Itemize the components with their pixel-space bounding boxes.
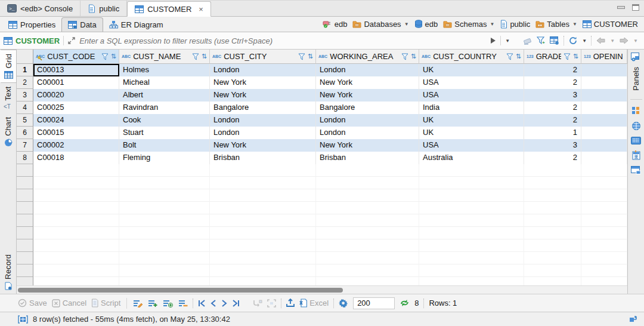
filter-history-chevron-icon[interactable]: ▼ [505,38,510,44]
cell[interactable]: C00025 [33,102,119,114]
cell[interactable]: 2 [524,152,581,164]
column-filter-icon[interactable] [401,53,408,60]
add-row-icon[interactable] [148,299,158,307]
row-number[interactable]: 1 [17,64,33,76]
erase-filter-icon[interactable] [523,37,532,45]
row-number[interactable]: 7 [17,139,33,152]
row-number[interactable]: 2 [17,76,33,89]
duplicate-row-icon[interactable] [163,299,174,307]
cell[interactable]: India [419,102,524,114]
cell[interactable] [581,139,627,152]
column-filter-icon[interactable] [506,53,513,60]
cell[interactable]: C00013 [33,64,119,76]
breadcrumb-schema[interactable]: public [500,20,530,29]
cell[interactable] [581,64,627,76]
column-header-working_area[interactable]: ABCWORKING_AREA⇅ [316,50,419,64]
presentation-tab-record[interactable]: Record [4,251,13,294]
cell[interactable] [581,102,627,114]
maximize-icon[interactable] [632,4,639,11]
cell[interactable]: New York [316,76,419,89]
cell[interactable] [581,114,627,127]
back-chevron-icon[interactable]: ▼ [610,38,615,44]
horizontal-scrollbar-thumb[interactable] [18,288,343,293]
cell[interactable]: Bangalore [210,102,316,114]
delete-row-icon[interactable] [178,299,188,307]
column-header-cust_country[interactable]: ABCCUST_COUNTRY⇅ [419,50,524,64]
restore-panel-icon[interactable] [628,314,638,324]
cell[interactable]: London [210,114,316,127]
column-filter-icon[interactable] [192,53,199,60]
cell[interactable]: Cook [119,114,210,127]
fetch-all-rows-icon[interactable] [267,299,276,307]
cell[interactable]: 2 [524,76,581,89]
cell[interactable]: Brisban [210,152,316,164]
tab-console[interactable]: >_ <edb> Console [0,1,80,16]
grid-settings-icon[interactable] [550,36,559,45]
cell[interactable]: UK [419,114,524,127]
aggregate-panel-icon[interactable] [632,150,640,160]
fetch-next-page-icon[interactable] [253,299,262,307]
save-filter-funnel-icon[interactable]: + [537,36,546,45]
column-sort-icon[interactable]: ⇅ [573,53,578,60]
back-icon[interactable] [596,37,606,44]
cell[interactable]: UK [419,127,524,139]
cell[interactable]: Holmes [119,64,210,76]
row-number[interactable]: 8 [17,152,33,164]
cell[interactable] [581,76,627,89]
cell[interactable]: C00002 [33,139,119,152]
script-button[interactable]: Script [91,299,120,307]
breadcrumb-table[interactable]: CUSTOMER [583,20,638,29]
presentation-tab-grid[interactable]: Grid [0,50,17,83]
cell[interactable]: 1 [524,127,581,139]
cell[interactable]: USA [419,89,524,102]
column-sort-icon[interactable]: ⇅ [411,53,416,60]
row-number[interactable]: 4 [17,102,33,114]
cell[interactable]: C00001 [33,76,119,89]
column-sort-icon[interactable]: ⇅ [202,53,207,60]
tab-customer[interactable]: CUSTOMER × [127,1,211,17]
settings-gear-icon[interactable] [339,299,348,308]
breadcrumb-databases[interactable]: Databases ▼ [352,20,408,29]
horizontal-scrollbar[interactable] [17,285,627,294]
first-row-icon[interactable] [198,300,206,307]
breadcrumb-database[interactable]: edb [414,20,438,29]
cell[interactable] [581,89,627,102]
minimize-icon[interactable] [617,6,625,9]
forward-icon[interactable] [619,37,629,44]
cell[interactable]: New York [316,89,419,102]
cell[interactable]: Micheal [119,76,210,89]
cancel-button[interactable]: Cancel [52,299,86,307]
close-icon[interactable]: × [199,5,203,14]
cell[interactable]: London [316,114,419,127]
forward-chevron-icon[interactable]: ▼ [633,38,638,44]
cell[interactable]: C00024 [33,114,119,127]
apply-filter-icon[interactable] [490,37,496,44]
tab-data[interactable]: Data [61,17,103,32]
row-number[interactable]: 3 [17,89,33,102]
cell[interactable]: Fleming [119,152,210,164]
cell[interactable]: 3 [524,139,581,152]
breadcrumb-connection[interactable]: edb [323,20,348,29]
breadcrumb-schemas[interactable]: Schemas ▼ [443,20,494,29]
breadcrumb-tables[interactable]: Tables ▼ [535,20,577,29]
next-row-icon[interactable] [221,300,227,307]
save-button[interactable]: Save [18,299,47,307]
cell[interactable] [581,152,627,164]
cell[interactable]: London [210,127,316,139]
last-row-icon[interactable] [232,300,240,307]
cell[interactable]: USA [419,76,524,89]
references-panel-icon[interactable] [631,166,641,174]
cell[interactable]: New York [210,89,316,102]
column-header-grade[interactable]: 123GRADE⇅ [524,50,581,64]
fetch-size-input[interactable] [353,297,395,309]
cell[interactable]: Brisban [316,152,419,164]
column-header-openin[interactable]: 123OPENIN [581,50,627,64]
presentation-tab-chart[interactable]: Chart [4,113,13,150]
cell[interactable]: 2 [524,64,581,76]
export-data-icon[interactable] [286,299,295,307]
grouping-panel-icon[interactable] [631,106,640,115]
cell[interactable]: Ravindran [119,102,210,114]
cell[interactable]: Albert [119,89,210,102]
presentation-tab-text[interactable]: Text<T [4,83,13,114]
column-filter-icon[interactable] [101,53,109,60]
